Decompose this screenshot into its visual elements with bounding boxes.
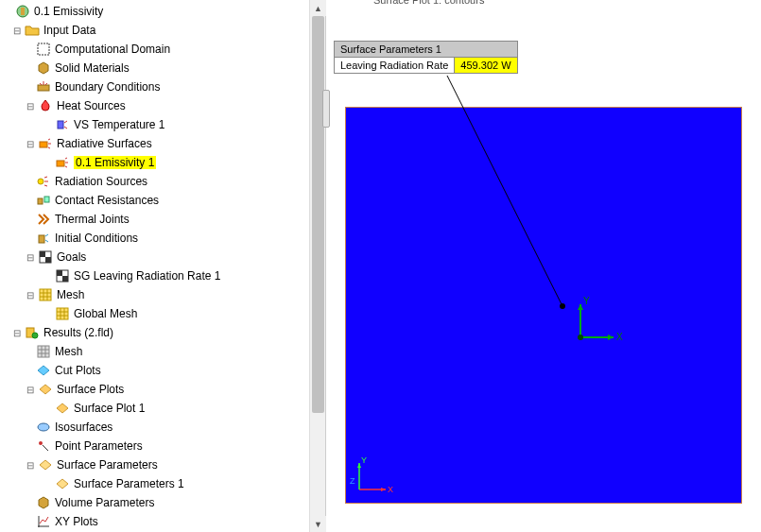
tree-node-surface-parameters-1[interactable]: Surface Parameters 1 bbox=[0, 474, 325, 493]
results-icon bbox=[25, 325, 40, 340]
collapse-icon[interactable]: ⊟ bbox=[25, 289, 36, 300]
svg-rect-15 bbox=[57, 270, 62, 276]
node-label: Global Mesh bbox=[74, 307, 137, 320]
radiative-icon bbox=[38, 136, 53, 151]
node-label: Input Data bbox=[43, 24, 95, 37]
svg-rect-5 bbox=[40, 142, 47, 147]
collapse-icon[interactable]: ⊟ bbox=[25, 138, 36, 149]
svg-line-24 bbox=[447, 76, 562, 306]
tree-node-solid-materials[interactable]: Solid Materials bbox=[0, 59, 325, 77]
collapse-icon[interactable]: ⊟ bbox=[11, 327, 23, 338]
svg-rect-21 bbox=[38, 346, 49, 357]
svg-rect-1 bbox=[21, 8, 25, 15]
initial-icon bbox=[36, 231, 51, 246]
node-label: Radiative Surfaces bbox=[57, 137, 152, 150]
tree-node-heat-sources[interactable]: ⊟ Heat Sources bbox=[0, 96, 325, 115]
temperature-icon bbox=[55, 117, 70, 132]
node-label: Surface Parameters 1 bbox=[74, 477, 184, 490]
mesh-icon bbox=[38, 287, 53, 302]
tree-node-thermal-joints[interactable]: Thermal Joints bbox=[0, 210, 325, 229]
main-viewport-area: Surface Plot 1: contours Surface Paramet… bbox=[326, 0, 761, 532]
tree-node-global-mesh[interactable]: Global Mesh bbox=[0, 304, 325, 323]
collapse-icon[interactable]: ⊟ bbox=[25, 251, 36, 263]
tree-node-surface-plot-1[interactable]: Surface Plot 1 bbox=[0, 399, 325, 418]
node-label: Mesh bbox=[57, 288, 84, 301]
collapse-icon[interactable]: ⊟ bbox=[25, 100, 36, 112]
node-label: Computational Domain bbox=[55, 43, 170, 56]
tree-node-radiative-surfaces[interactable]: ⊟ Radiative Surfaces bbox=[0, 134, 325, 153]
tree-node-emissivity-1[interactable]: 0.1 Emissivity 1 bbox=[0, 153, 325, 172]
node-label: VS Temperature 1 bbox=[74, 118, 165, 131]
svg-rect-10 bbox=[39, 235, 44, 243]
node-label: Point Parameters bbox=[55, 439, 143, 453]
domain-icon bbox=[36, 42, 51, 57]
node-label: Surface Plots bbox=[57, 383, 124, 396]
tree-node-results-mesh[interactable]: Mesh bbox=[0, 342, 325, 361]
svg-point-7 bbox=[38, 179, 43, 184]
pointparam-icon bbox=[36, 438, 51, 454]
callout-surface-parameters[interactable]: Surface Parameters 1 Leaving Radiation R… bbox=[334, 41, 518, 74]
tree-node-results[interactable]: ⊟ Results (2.fld) bbox=[0, 323, 325, 342]
tree-node-initial-conditions[interactable]: Initial Conditions bbox=[0, 229, 325, 248]
tree-node-boundary-conditions[interactable]: Boundary Conditions bbox=[0, 77, 325, 96]
tree-node-surface-parameters[interactable]: ⊟ Surface Parameters bbox=[0, 455, 325, 474]
tree-node-xy-plots[interactable]: XY Plots bbox=[0, 512, 325, 531]
collapse-icon[interactable]: ⊟ bbox=[11, 25, 23, 36]
node-label: Contact Resistances bbox=[55, 194, 159, 207]
tree-node-contact-resistances[interactable]: Contact Resistances bbox=[0, 191, 325, 210]
svg-rect-16 bbox=[62, 276, 68, 282]
tree-node-surface-plots[interactable]: ⊟ Surface Plots bbox=[0, 380, 325, 399]
svg-rect-4 bbox=[58, 121, 63, 129]
collapse-icon[interactable]: ⊟ bbox=[25, 384, 36, 395]
callout-param-value: 459.302 W bbox=[455, 58, 516, 73]
svg-rect-9 bbox=[44, 197, 49, 202]
tree-node-radiation-sources[interactable]: Radiation Sources bbox=[0, 172, 325, 191]
svg-rect-6 bbox=[57, 161, 64, 166]
isosurface-icon bbox=[36, 420, 51, 435]
svg-rect-13 bbox=[45, 257, 51, 263]
mesh-icon bbox=[36, 344, 51, 359]
goals-icon bbox=[38, 249, 53, 265]
vertical-scrollbar[interactable]: ▲ ▼ bbox=[309, 0, 325, 532]
node-label: Boundary Conditions bbox=[55, 80, 160, 94]
node-label: Results (2.fld) bbox=[43, 326, 113, 339]
scroll-up-arrow[interactable]: ▲ bbox=[310, 0, 326, 16]
node-label: Thermal Joints bbox=[55, 213, 130, 226]
svg-point-23 bbox=[39, 441, 43, 445]
scroll-down-arrow[interactable]: ▼ bbox=[310, 516, 326, 532]
node-label: 0.1 Emissivity bbox=[34, 5, 103, 18]
tree-node-computational-domain[interactable]: Computational Domain bbox=[0, 40, 325, 59]
project-tree[interactable]: ▸ 0.1 Emissivity ⊟ Input Data Computatio… bbox=[0, 0, 325, 532]
tree-node-goals[interactable]: ⊟ Goals bbox=[0, 248, 325, 266]
tree-node-mesh[interactable]: ⊟ Mesh bbox=[0, 285, 325, 304]
joints-icon bbox=[36, 212, 51, 227]
node-label: Surface Parameters bbox=[57, 458, 158, 472]
project-icon bbox=[15, 4, 30, 19]
tree-node-project-root[interactable]: ▸ 0.1 Emissivity bbox=[0, 2, 325, 21]
tree-node-input-data[interactable]: ⊟ Input Data bbox=[0, 21, 325, 40]
tree-node-point-parameters[interactable]: Point Parameters bbox=[0, 437, 325, 455]
node-label: SG Leaving Radiation Rate 1 bbox=[74, 269, 220, 283]
scroll-thumb[interactable] bbox=[312, 16, 324, 413]
svg-rect-2 bbox=[38, 43, 49, 55]
callout-leader-line bbox=[326, 0, 761, 529]
node-label: Volume Parameters bbox=[55, 496, 154, 509]
node-label: Initial Conditions bbox=[55, 232, 138, 245]
node-label: Surface Plot 1 bbox=[74, 402, 145, 415]
cutplot-icon bbox=[36, 363, 51, 378]
radiation-source-icon bbox=[36, 174, 51, 189]
tree-node-vs-temperature[interactable]: VS Temperature 1 bbox=[0, 115, 325, 134]
tree-node-volume-parameters[interactable]: Volume Parameters bbox=[0, 493, 325, 512]
tree-node-sg-goal[interactable]: SG Leaving Radiation Rate 1 bbox=[0, 266, 325, 285]
tree-node-isosurfaces[interactable]: Isosurfaces bbox=[0, 418, 325, 437]
node-label: Heat Sources bbox=[57, 99, 126, 112]
node-label: Solid Materials bbox=[55, 61, 130, 75]
collapse-icon[interactable]: ⊟ bbox=[25, 459, 36, 471]
xyplot-icon bbox=[36, 514, 51, 529]
callout-title: Surface Parameters 1 bbox=[335, 42, 517, 58]
tree-node-cut-plots[interactable]: Cut Plots bbox=[0, 361, 325, 380]
radiative-icon bbox=[55, 155, 70, 170]
volumeparam-icon bbox=[36, 495, 51, 510]
node-label: Radiation Sources bbox=[55, 175, 147, 188]
svg-rect-3 bbox=[38, 85, 49, 91]
